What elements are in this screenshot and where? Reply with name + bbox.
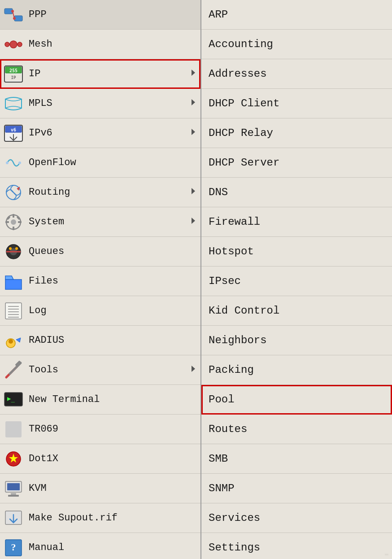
svg-text:v6: v6 — [11, 127, 16, 132]
left-item-label-tr069: TR069 — [29, 424, 197, 435]
left-item-new-terminal[interactable]: ▶_ New Terminal — [0, 385, 200, 415]
right-item-label-accounting: Accounting — [209, 38, 273, 50]
right-item-kid-control[interactable]: Kid Control — [201, 296, 392, 326]
system-icon — [3, 211, 24, 233]
left-item-mesh[interactable]: Mesh — [0, 30, 200, 59]
left-item-queues[interactable]: Queues — [0, 237, 200, 266]
right-item-label-dhcp-client: DHCP Client — [209, 97, 279, 109]
left-item-kvm[interactable]: KVM — [0, 474, 200, 503]
svg-point-7 — [5, 42, 9, 47]
svg-point-6 — [12, 43, 15, 46]
ppp-icon — [3, 4, 24, 26]
left-item-make-supout[interactable]: Make Supout.rif — [0, 503, 200, 533]
right-item-pool[interactable]: Pool — [201, 385, 392, 415]
svg-rect-53 — [5, 421, 22, 437]
right-item-dns[interactable]: DNS — [201, 178, 392, 207]
right-item-firewall[interactable]: Firewall — [201, 207, 392, 237]
right-item-settings[interactable]: Settings — [201, 533, 392, 559]
right-item-ipsec[interactable]: IPsec — [201, 266, 392, 296]
right-item-neighbors[interactable]: Neighbors — [201, 326, 392, 355]
svg-marker-16 — [192, 70, 195, 76]
svg-line-49 — [10, 363, 21, 374]
left-item-label-ppp: PPP — [29, 9, 197, 20]
right-item-addresses[interactable]: Addresses — [201, 59, 392, 89]
svg-point-23 — [18, 162, 21, 164]
left-item-label-routing: Routing — [29, 187, 188, 198]
left-item-label-mesh: Mesh — [29, 39, 197, 50]
left-item-manual[interactable]: ? Manual — [0, 533, 200, 559]
left-item-radius[interactable]: RADIUS — [0, 326, 200, 355]
svg-rect-28 — [13, 214, 14, 218]
svg-text:▶_: ▶_ — [7, 395, 15, 402]
right-item-services[interactable]: Services — [201, 503, 392, 533]
svg-rect-39 — [5, 303, 22, 319]
svg-rect-29 — [13, 227, 14, 230]
arrow-icon-routing — [190, 186, 197, 198]
left-item-label-log: Log — [29, 305, 197, 316]
left-item-ipv6[interactable]: v6 IPv6 — [0, 118, 200, 148]
arrow-icon-ip — [190, 68, 197, 80]
left-item-label-ip: IP — [29, 68, 188, 79]
arrow-icon-tools — [190, 364, 197, 376]
left-item-label-files: Files — [29, 275, 197, 287]
right-item-label-snmp: SNMP — [209, 482, 235, 494]
left-menu: PPP Mesh 255 IP IP MPLS v6 IPv6 — [0, 0, 201, 559]
dot1x-icon — [3, 448, 24, 470]
left-item-tr069[interactable]: TR069 — [0, 415, 200, 444]
right-item-smb[interactable]: SMB — [201, 444, 392, 474]
terminal-icon: ▶_ — [3, 389, 24, 411]
svg-point-37 — [9, 247, 12, 250]
right-item-label-smb: SMB — [209, 453, 228, 465]
left-item-files[interactable]: Files — [0, 266, 200, 296]
right-item-arp[interactable]: ARP — [201, 0, 392, 30]
routing-icon — [3, 182, 24, 203]
left-item-routing[interactable]: Routing — [0, 178, 200, 207]
right-item-dhcp-server[interactable]: DHCP Server — [201, 148, 392, 178]
openflow-icon — [3, 152, 24, 174]
queues-icon — [3, 241, 24, 262]
right-item-label-arp: ARP — [209, 9, 228, 21]
ip-icon: 255 IP — [3, 63, 24, 85]
right-item-label-dhcp-relay: DHCP Relay — [209, 127, 273, 139]
left-item-mpls[interactable]: MPLS — [0, 89, 200, 118]
right-item-label-services: Services — [209, 512, 260, 524]
right-item-snmp[interactable]: SNMP — [201, 474, 392, 503]
left-item-tools[interactable]: Tools — [0, 355, 200, 385]
left-item-label-radius: RADIUS — [29, 335, 197, 346]
svg-rect-30 — [5, 221, 9, 223]
right-item-label-ipsec: IPsec — [209, 275, 241, 287]
left-item-label-manual: Manual — [29, 542, 197, 553]
left-item-dot1x[interactable]: Dot1X — [0, 444, 200, 474]
right-item-hotspot[interactable]: Hotspot — [201, 237, 392, 266]
left-item-label-new-terminal: New Terminal — [29, 394, 197, 405]
left-item-openflow[interactable]: OpenFlow — [0, 148, 200, 178]
svg-rect-57 — [7, 483, 20, 490]
arrow-icon-system — [190, 216, 197, 228]
svg-marker-34 — [192, 218, 195, 224]
left-item-log[interactable]: Log — [0, 296, 200, 326]
right-item-dhcp-client[interactable]: DHCP Client — [201, 89, 392, 118]
kvm-icon — [3, 478, 24, 499]
right-item-packing[interactable]: Packing — [201, 355, 392, 385]
svg-point-27 — [11, 219, 16, 225]
right-item-label-neighbors: Neighbors — [209, 334, 267, 346]
svg-point-22 — [6, 162, 9, 164]
left-item-label-make-supout: Make Supout.rif — [29, 512, 197, 524]
mesh-icon — [3, 34, 24, 55]
right-item-routes[interactable]: Routes — [201, 415, 392, 444]
right-item-dhcp-relay[interactable]: DHCP Relay — [201, 118, 392, 148]
svg-point-38 — [15, 247, 18, 250]
arrow-icon-ipv6 — [190, 127, 197, 139]
left-item-ppp[interactable]: PPP — [0, 0, 200, 30]
svg-marker-17 — [192, 99, 195, 105]
svg-rect-59 — [8, 495, 19, 497]
left-item-ip[interactable]: 255 IP IP — [0, 59, 200, 89]
none-icon — [3, 419, 24, 440]
manual-icon: ? — [3, 537, 24, 559]
left-item-label-ipv6: IPv6 — [29, 127, 188, 139]
right-item-label-kid-control: Kid Control — [209, 305, 279, 317]
right-item-accounting[interactable]: Accounting — [201, 30, 392, 59]
log-icon — [3, 300, 24, 322]
right-item-label-hotspot: Hotspot — [209, 245, 254, 258]
left-item-system[interactable]: System — [0, 207, 200, 237]
